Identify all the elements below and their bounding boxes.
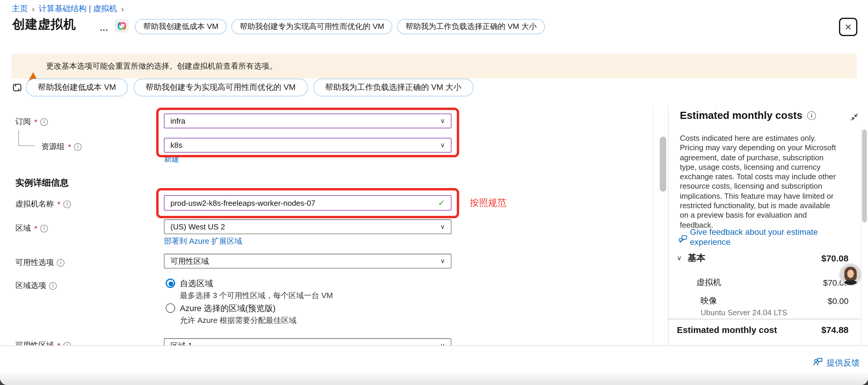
cost-row-sublabel: Ubuntu Server 24.04 LTS bbox=[701, 308, 787, 317]
window-bottom-strip bbox=[0, 373, 868, 385]
cost-panel-border bbox=[668, 105, 669, 345]
valid-check-icon: ✓ bbox=[438, 198, 445, 207]
info-icon[interactable]: i bbox=[807, 111, 816, 120]
cost-panel-divider bbox=[668, 319, 861, 319]
zone-options-label: 区域选项 i bbox=[16, 280, 57, 291]
give-feedback-label: 提供反馈 bbox=[827, 357, 860, 368]
panel-scrollbar-thumb[interactable] bbox=[862, 130, 867, 222]
copilot-pill-low-cost[interactable]: 帮助我创建低成本 VM bbox=[26, 79, 128, 96]
cost-panel-title: Estimated monthly costs bbox=[680, 109, 802, 122]
cost-group-label: 基本 bbox=[687, 253, 705, 264]
avatar[interactable] bbox=[840, 264, 861, 285]
edge-zone-link[interactable]: 部署到 Azure 扩展区域 bbox=[164, 236, 242, 247]
cost-total-row: Estimated monthly cost $74.88 bbox=[677, 325, 848, 335]
content-divider bbox=[653, 105, 653, 345]
collapse-icon[interactable] bbox=[850, 113, 859, 124]
cost-group-row[interactable]: ∨ 基本 $70.08 bbox=[677, 253, 848, 264]
chevron-down-icon: ∨ bbox=[440, 257, 445, 265]
cost-total-label: Estimated monthly cost bbox=[677, 325, 777, 335]
region-dropdown[interactable]: (US) West US 2 ∨ bbox=[164, 219, 452, 234]
cost-group-amount: $70.08 bbox=[821, 253, 848, 263]
copilot-pill-high-availability[interactable]: 帮助我创建专为实现高可用性而优化的 VM bbox=[134, 79, 307, 96]
copilot-pill-right-size[interactable]: 帮助我为工作负载选择正确的 VM 大小 bbox=[397, 19, 545, 34]
copilot-pill-high-availability[interactable]: 帮助我创建专为实现高可用性而优化的 VM bbox=[231, 19, 392, 34]
radio-azure-selected-zones[interactable] bbox=[166, 303, 175, 313]
main-scrollbar-thumb[interactable] bbox=[660, 137, 666, 192]
radio-self-selected-zones-label: 自选区域 bbox=[180, 279, 213, 289]
radio-self-selected-zones[interactable] bbox=[166, 279, 175, 288]
feedback-bubbles-icon bbox=[679, 235, 687, 246]
copilot-icon[interactable] bbox=[115, 19, 128, 33]
warning-text: 更改基本选项可能会重置所做的选择。创建虚拟机前查看所有选项。 bbox=[46, 61, 277, 71]
breadcrumb-home-link[interactable]: 主页 bbox=[12, 4, 28, 14]
footer-bar bbox=[0, 345, 868, 374]
cost-row-vm: 虚拟机 $70.08 bbox=[677, 277, 848, 288]
panel-scrollbar-track bbox=[861, 124, 862, 345]
subscription-label: 订阅* i bbox=[16, 117, 48, 127]
cost-row-amount: $0.00 bbox=[828, 296, 848, 306]
page-title: 创建虚拟机 bbox=[12, 16, 76, 33]
cost-total-amount: $74.88 bbox=[821, 325, 848, 335]
warning-banner: ! 更改基本选项可能会重置所做的选择。创建虚拟机前查看所有选项。 bbox=[11, 54, 857, 79]
close-icon: ✕ bbox=[844, 22, 852, 32]
info-icon[interactable]: i bbox=[63, 200, 71, 208]
resource-group-label: 资源组* i bbox=[41, 141, 82, 152]
info-icon[interactable]: i bbox=[49, 282, 57, 289]
copilot-suggestions-top: 帮助我创建低成本 VM 帮助我创建专为实现高可用性而优化的 VM 帮助我为工作负… bbox=[135, 20, 545, 34]
tree-connector bbox=[18, 130, 19, 146]
create-vm-blade: 主页 › 计算基础结构 | 虚拟机 › 创建虚拟机 … 帮助我创建低成本 VM … bbox=[0, 0, 868, 385]
cost-row-label: 虚拟机 bbox=[677, 277, 721, 288]
section-instance-details: 实例详细信息 bbox=[16, 178, 69, 189]
info-icon[interactable]: i bbox=[74, 143, 82, 151]
radio-azure-selected-zones-label: Azure 选择的区域(预览版) bbox=[180, 303, 276, 314]
radio-self-selected-zones-desc: 最多选择 3 个可用性区域，每个区域一台 VM bbox=[180, 290, 333, 301]
annotation-note: 按照规范 bbox=[470, 197, 506, 210]
cost-panel-title-row: Estimated monthly costs i bbox=[680, 109, 816, 122]
region-label: 区域* i bbox=[16, 223, 48, 234]
create-new-link[interactable]: 新建 bbox=[164, 154, 179, 164]
cost-panel-description: Costs indicated here are estimates only.… bbox=[680, 134, 838, 230]
close-button[interactable]: ✕ bbox=[839, 18, 857, 36]
estimate-feedback-link[interactable]: Give feedback about your estimate experi… bbox=[690, 227, 841, 247]
availability-options-label: 可用性选项 i bbox=[16, 257, 64, 268]
more-menu-button[interactable]: … bbox=[99, 23, 109, 33]
cost-row-label: 映像 bbox=[677, 296, 717, 306]
copilot-pill-low-cost[interactable]: 帮助我创建低成本 VM bbox=[135, 19, 227, 34]
availability-options-dropdown[interactable]: 可用性区域 ∨ bbox=[164, 254, 452, 268]
breadcrumb: 主页 › 计算基础结构 | 虚拟机 › bbox=[12, 4, 124, 14]
vm-name-label: 虚拟机名称* i bbox=[16, 199, 71, 210]
info-icon[interactable]: i bbox=[40, 224, 48, 232]
info-icon[interactable]: i bbox=[57, 259, 64, 266]
radio-azure-selected-zones-desc: 允许 Azure 根据需要分配最佳区域 bbox=[180, 315, 297, 326]
info-icon[interactable]: i bbox=[40, 118, 48, 126]
chevron-down-icon: ∨ bbox=[677, 254, 682, 262]
subscription-dropdown[interactable]: infra ∨ bbox=[164, 114, 452, 128]
breadcrumb-section-link[interactable]: 计算基础结构 | 虚拟机 bbox=[39, 4, 117, 14]
vm-name-input[interactable]: prod-usw2-k8s-freeleaps-worker-nodes-07 … bbox=[164, 195, 452, 211]
copilot-outline-icon bbox=[12, 82, 23, 95]
chevron-down-icon: ∨ bbox=[440, 117, 445, 125]
copilot-pill-right-size[interactable]: 帮助我为工作负载选择正确的 VM 大小 bbox=[313, 79, 473, 96]
tree-connector bbox=[18, 146, 35, 146]
warning-icon: ! bbox=[28, 62, 38, 71]
breadcrumb-separator: › bbox=[32, 4, 35, 13]
chevron-down-icon: ∨ bbox=[440, 141, 445, 149]
chevron-down-icon: ∨ bbox=[440, 223, 445, 231]
resource-group-dropdown[interactable]: k8s ∨ bbox=[164, 138, 452, 153]
give-feedback-link[interactable]: 提供反馈 bbox=[813, 357, 860, 368]
copilot-suggestions-form: 帮助我创建低成本 VM 帮助我创建专为实现高可用性而优化的 VM 帮助我为工作负… bbox=[26, 79, 473, 96]
cost-row-image: 映像 $0.00 bbox=[677, 296, 848, 306]
person-feedback-icon bbox=[813, 357, 823, 368]
breadcrumb-separator: › bbox=[121, 4, 124, 13]
